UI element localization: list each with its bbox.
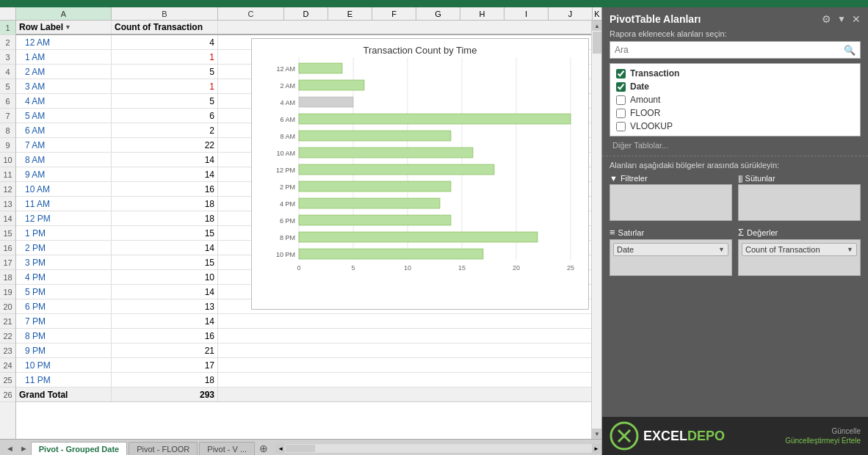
col-header-c[interactable]: C bbox=[218, 7, 284, 20]
h-scroll-right[interactable]: ► bbox=[592, 444, 601, 453]
chevron-down-icon[interactable]: ▼ bbox=[837, 14, 846, 24]
search-icon: 🔍 bbox=[839, 45, 860, 56]
panel-subtitle: Rapora eklenecek alanları seçin: bbox=[602, 28, 868, 41]
logo-area: EXCELDEPO Güncelle Güncelleştirmeyi Erte… bbox=[602, 417, 868, 455]
cell-label: 6 PM bbox=[16, 299, 112, 313]
cell-label: 2 AM bbox=[16, 65, 112, 79]
field-item-amount[interactable]: Amount bbox=[613, 93, 857, 106]
top-bar bbox=[0, 0, 868, 7]
zone-sutunlar-area[interactable] bbox=[738, 184, 861, 221]
close-icon[interactable]: ✕ bbox=[852, 13, 861, 25]
zone-satirlar-area[interactable]: Date ▼ bbox=[610, 239, 732, 276]
svg-rect-13 bbox=[299, 63, 342, 73]
scroll-thumb[interactable] bbox=[593, 32, 601, 54]
field-checkbox-vlookup[interactable] bbox=[616, 122, 626, 131]
table-row[interactable]: 9 PM21 bbox=[16, 343, 591, 358]
h-scroll-thumb[interactable] bbox=[286, 445, 315, 452]
col-header-b[interactable]: B bbox=[112, 7, 218, 20]
col-header-f[interactable]: F bbox=[372, 7, 416, 20]
scroll-track[interactable] bbox=[592, 31, 601, 429]
col-header-e[interactable]: E bbox=[328, 7, 372, 20]
vertical-scrollbar[interactable]: ▲ ▼ bbox=[591, 21, 601, 439]
cell-label: 2 PM bbox=[16, 241, 112, 255]
sigma-icon: Σ bbox=[738, 227, 744, 238]
col-header-d[interactable]: D bbox=[284, 7, 328, 20]
svg-text:6 PM: 6 PM bbox=[280, 217, 295, 225]
diger-tablolar-link[interactable]: Diğer Tablolar... bbox=[602, 139, 868, 153]
svg-text:12 PM: 12 PM bbox=[276, 167, 295, 174]
zone-pill-count[interactable]: Count of Transaction ▼ bbox=[742, 243, 857, 256]
zone-degerler-area[interactable]: Count of Transaction ▼ bbox=[738, 239, 861, 276]
field-item-transaction[interactable]: Transaction bbox=[613, 67, 857, 80]
zone-filtreler-area[interactable] bbox=[610, 184, 732, 221]
cell-value: 18 bbox=[112, 197, 218, 211]
table-row[interactable]: 10 PM17 bbox=[16, 358, 591, 373]
svg-rect-15 bbox=[299, 80, 364, 90]
tab-pivot-v[interactable]: Pivot - V ... bbox=[199, 442, 255, 455]
cell-label: 11 AM bbox=[16, 197, 112, 211]
table-row[interactable]: 11 PM18 bbox=[16, 373, 591, 387]
horizontal-scrollbar[interactable]: ◄ ► bbox=[275, 443, 601, 454]
logo-depo-text: DEPO bbox=[687, 429, 725, 443]
cell-value: 14 bbox=[112, 285, 218, 299]
field-item-vlookup[interactable]: VLOOKUP bbox=[613, 120, 857, 133]
tab-nav-right[interactable]: ► bbox=[17, 442, 31, 455]
row-num-18: 18 bbox=[0, 270, 15, 285]
scroll-up-arrow[interactable]: ▲ bbox=[592, 21, 601, 31]
cell-label: 5 PM bbox=[16, 285, 112, 299]
dropdown-arrow-icon[interactable]: ▼ bbox=[65, 23, 71, 31]
svg-rect-19 bbox=[299, 114, 571, 124]
search-input[interactable] bbox=[610, 45, 839, 55]
field-checkbox-date[interactable] bbox=[616, 82, 626, 92]
tab-nav-left[interactable]: ◄ bbox=[3, 442, 17, 455]
exceldepo-logo-icon bbox=[610, 421, 639, 451]
col-header-i[interactable]: I bbox=[504, 7, 549, 20]
col-header-h[interactable]: H bbox=[460, 7, 504, 20]
pill-dropdown-icon[interactable]: ▼ bbox=[718, 246, 725, 253]
svg-rect-29 bbox=[299, 198, 440, 208]
svg-rect-33 bbox=[299, 232, 538, 242]
tab-pivot-floor[interactable]: Pivot - FLOOR bbox=[129, 442, 198, 455]
gear-icon[interactable]: ⚙ bbox=[822, 13, 831, 25]
col-header-k[interactable]: K bbox=[593, 7, 601, 20]
svg-text:2 AM: 2 AM bbox=[280, 82, 295, 90]
cell-value: 6 bbox=[112, 109, 218, 123]
header-row: Row Label ▼ Count of Transaction bbox=[16, 21, 591, 35]
h-scroll-left[interactable]: ◄ bbox=[276, 444, 285, 453]
col-header-j[interactable]: J bbox=[549, 7, 593, 20]
add-tab-button[interactable]: ⊕ bbox=[256, 442, 271, 455]
row-num-22: 22 bbox=[0, 329, 15, 343]
cell-label: 10 PM bbox=[16, 358, 112, 372]
field-checkbox-amount[interactable] bbox=[616, 95, 626, 105]
cell-label: 11 PM bbox=[16, 373, 112, 387]
tab-pivot-grouped-date[interactable]: Pivot - Grouped Date bbox=[31, 442, 127, 455]
zone-degerler: Σ Değerler Count of Transaction ▼ bbox=[738, 225, 861, 276]
col-header-g[interactable]: G bbox=[416, 7, 460, 20]
table-row[interactable]: 7 PM14 bbox=[16, 314, 591, 329]
rows-icon: ≡ bbox=[610, 227, 615, 238]
row-num-3: 3 bbox=[0, 50, 15, 65]
scroll-down-arrow[interactable]: ▼ bbox=[592, 429, 601, 439]
row-num-2: 2 bbox=[0, 35, 15, 50]
row-num-15: 15 bbox=[0, 226, 15, 241]
row-numbers: 1 2 3 4 5 6 7 8 9 10 11 12 13 14 15 16 1 bbox=[0, 21, 16, 439]
grand-total-value: 293 bbox=[112, 387, 218, 401]
improve-button[interactable]: Güncelleştirmeyi Ertele bbox=[785, 437, 861, 445]
cell-a1[interactable]: Row Label ▼ bbox=[16, 21, 112, 34]
update-label[interactable]: Güncelle bbox=[832, 427, 861, 435]
cell-label: 4 PM bbox=[16, 270, 112, 284]
row-num-25: 25 bbox=[0, 373, 15, 387]
svg-text:8 PM: 8 PM bbox=[280, 234, 295, 241]
cell-value: 16 bbox=[112, 182, 218, 196]
field-checkbox-floor[interactable] bbox=[616, 109, 626, 118]
pill-dropdown-icon-2[interactable]: ▼ bbox=[847, 246, 853, 253]
field-item-floor[interactable]: FLOOR bbox=[613, 106, 857, 120]
field-checkbox-transaction[interactable] bbox=[616, 69, 626, 79]
zone-pill-date[interactable]: Date ▼ bbox=[613, 243, 728, 256]
svg-text:4 PM: 4 PM bbox=[280, 200, 295, 208]
chart-title: Transaction Count by Time bbox=[252, 39, 588, 57]
table-row[interactable]: 8 PM16 bbox=[16, 329, 591, 343]
field-item-date[interactable]: Date bbox=[613, 80, 857, 93]
search-box[interactable]: 🔍 bbox=[610, 41, 861, 59]
col-header-a[interactable]: A bbox=[16, 7, 112, 20]
